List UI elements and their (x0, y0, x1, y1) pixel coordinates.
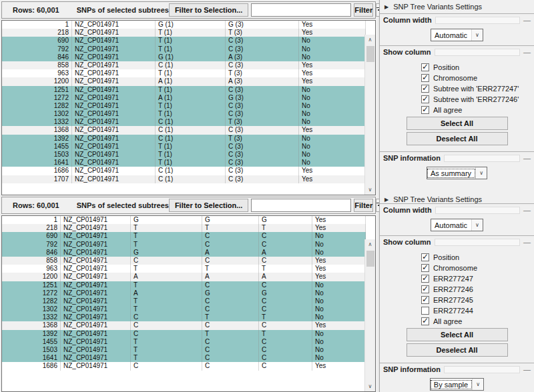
show-column-option[interactable]: Chromosome (421, 264, 534, 272)
table-row[interactable]: 1503NZ_CP014971TCCNo (2, 346, 366, 354)
checkbox-checked-icon[interactable] (421, 95, 429, 103)
checkbox-checked-icon[interactable] (421, 296, 429, 304)
table-row[interactable]: 1282NZ_CP014971T (1)C (3)No (2, 102, 366, 110)
show-column-option[interactable]: All agree (421, 106, 534, 114)
table-row[interactable]: 1332NZ_CP014971CTTNo (2, 313, 366, 321)
show-column-option[interactable]: Subtree with 'ERR277246' (421, 95, 534, 103)
column-width-dropdown[interactable]: Automatic ∨ (431, 219, 483, 231)
filter-to-selection-button[interactable]: Filter to Selection... (169, 3, 248, 17)
table-row[interactable]: 218NZ_CP014971TTTYes (2, 224, 366, 232)
table-row[interactable]: 1332NZ_CP014971C (1)T (3)No (2, 118, 366, 126)
collapse-icon[interactable]: — (523, 155, 531, 162)
table-row[interactable]: 1686NZ_CP014971C (1)C (3)Yes (2, 167, 366, 175)
checkbox-checked-icon[interactable] (421, 253, 429, 261)
table-row[interactable]: 1503NZ_CP014971T (1)C (3)No (2, 151, 366, 159)
select-all-button[interactable]: Select All (407, 328, 508, 341)
show-column-option[interactable]: ERR277246 (421, 285, 534, 293)
collapse-icon[interactable]: — (523, 366, 531, 373)
vertical-scrollbar[interactable]: ∧ ∨ (364, 239, 375, 391)
checkbox-checked-icon[interactable] (421, 74, 429, 82)
snp-information-dropdown[interactable]: As summary ∨ (427, 167, 487, 179)
checkbox-checked-icon[interactable] (421, 285, 429, 293)
table-row[interactable]: 1707NZ_CP014971C (1)C (3)Yes (2, 175, 366, 183)
table-row[interactable]: 1302NZ_CP014971TCCNo (2, 305, 366, 313)
scroll-up-icon[interactable]: ∧ (365, 35, 375, 45)
snp-information-section-bar[interactable]: SNP information — (380, 363, 534, 375)
table-row[interactable]: 1NZ_CP014971GGGYes (2, 216, 366, 224)
vertical-scrollbar[interactable]: ∧ ∨ (364, 35, 375, 195)
table-row[interactable]: 1686NZ_CP014971CCCYes (2, 362, 366, 370)
chevron-down-icon[interactable]: ∨ (475, 167, 487, 179)
show-column-option[interactable]: Position (421, 63, 534, 71)
chevron-down-icon[interactable]: ∨ (471, 29, 483, 41)
settings-header[interactable]: ▶ SNP Tree Variants Settings (380, 0, 534, 13)
checkbox-checked-icon[interactable] (421, 264, 429, 272)
select-all-button[interactable]: Select All (407, 117, 508, 130)
chevron-down-icon[interactable]: ∨ (471, 219, 483, 231)
table-row[interactable]: 1200NZ_CP014971A (1)A (3)Yes (2, 77, 366, 85)
snp-information-dropdown[interactable]: By sample ∨ (430, 378, 484, 391)
table-row[interactable]: 1251NZ_CP014971TCCNo (2, 281, 366, 289)
table-row[interactable]: 858NZ_CP014971C (1)C (3)Yes (2, 61, 366, 69)
table-row[interactable]: 1392NZ_CP014971CTTNo (2, 330, 366, 338)
table-row[interactable]: 1272NZ_CP014971AGGNo (2, 289, 366, 297)
table-row[interactable]: 846NZ_CP014971G (1)A (3)No (2, 53, 366, 61)
table-row[interactable]: 1392NZ_CP014971C (1)T (3)No (2, 135, 366, 143)
deselect-all-button[interactable]: Deselect All (407, 132, 508, 145)
show-column-option[interactable]: All agree (421, 317, 534, 325)
chevron-down-icon[interactable]: ∨ (472, 379, 483, 390)
collapse-triangle-icon[interactable]: ▶ (384, 4, 388, 10)
collapse-icon[interactable]: — (523, 239, 531, 246)
checkbox-checked-icon[interactable] (421, 63, 429, 71)
show-column-option[interactable]: ERR277245 (421, 296, 534, 304)
show-column-section-bar[interactable]: Show column — (380, 46, 534, 58)
table-row[interactable]: 963NZ_CP014971T (1)T (3)Yes (2, 69, 366, 77)
scroll-down-icon[interactable]: ∨ (365, 185, 375, 195)
show-column-option[interactable]: Subtree with 'ERR277247' (421, 85, 534, 93)
table-row[interactable]: 963NZ_CP014971TTTYes (2, 265, 366, 273)
show-column-option[interactable]: ERR277244 (421, 307, 534, 315)
checkbox-checked-icon[interactable] (421, 317, 429, 325)
show-column-option[interactable]: Position (421, 253, 534, 261)
filter-input[interactable] (251, 199, 351, 212)
column-width-dropdown[interactable]: Automatic ∨ (431, 29, 483, 41)
table-row[interactable]: 218NZ_CP014971T (1)T (3)Yes (2, 29, 366, 37)
table-row[interactable]: 690NZ_CP014971T (1)C (3)No (2, 37, 366, 45)
table-row[interactable]: 1200NZ_CP014971AAAYes (2, 273, 366, 281)
table-row[interactable]: 1641NZ_CP014971T (1)C (3)No (2, 159, 366, 167)
filter-button[interactable]: Filter (354, 3, 373, 17)
table-row[interactable]: 846NZ_CP014971GAANo (2, 249, 366, 257)
checkbox-checked-icon[interactable] (421, 85, 429, 93)
scrollbar-thumb[interactable] (366, 46, 374, 62)
table-row[interactable]: 1455NZ_CP014971T (1)C (3)No (2, 143, 366, 151)
table-row[interactable]: 1302NZ_CP014971T (1)C (3)No (2, 110, 366, 118)
table-row[interactable]: 1272NZ_CP014971A (1)G (3)No (2, 94, 366, 102)
collapse-icon[interactable]: — (523, 207, 531, 214)
collapse-triangle-icon[interactable]: ▶ (384, 197, 388, 203)
table-row[interactable]: 1455NZ_CP014971TCCNo (2, 338, 366, 346)
collapse-icon[interactable]: — (523, 17, 531, 24)
checkbox-unchecked-icon[interactable] (421, 307, 429, 315)
column-width-section-bar[interactable]: Column width — (380, 14, 534, 26)
table-row[interactable]: 690NZ_CP014971TCCNo (2, 232, 366, 240)
table-row[interactable]: 792NZ_CP014971T (1)C (3)No (2, 45, 366, 53)
settings-header[interactable]: ▶ SNP Tree Variants Settings (380, 195, 534, 203)
table-row[interactable]: 1NZ_CP014971G (1)G (3)Yes (2, 21, 366, 29)
show-column-option[interactable]: Chromosome (421, 74, 534, 82)
deselect-all-button[interactable]: Deselect All (407, 343, 508, 357)
snp-information-section-bar[interactable]: SNP information — (380, 152, 534, 164)
filter-input[interactable] (251, 3, 351, 17)
checkbox-checked-icon[interactable] (421, 106, 429, 114)
scroll-up-icon[interactable]: ∧ (365, 239, 375, 249)
collapse-icon[interactable]: — (523, 49, 531, 56)
table-row[interactable]: 1251NZ_CP014971T (1)C (3)No (2, 86, 366, 94)
show-column-section-bar[interactable]: Show column — (380, 236, 534, 248)
table-row[interactable]: 792NZ_CP014971TCCNo (2, 241, 366, 249)
scrollbar-thumb[interactable] (366, 251, 374, 267)
filter-button[interactable]: Filter (354, 199, 373, 212)
table-row[interactable]: 1368NZ_CP014971CCCYes (2, 321, 366, 329)
table-row[interactable]: 1641NZ_CP014971TCCNo (2, 354, 366, 362)
column-width-section-bar[interactable]: Column width — (380, 204, 534, 216)
filter-to-selection-button[interactable]: Filter to Selection... (169, 199, 248, 212)
table-row[interactable]: 1368NZ_CP014971C (1)C (3)Yes (2, 126, 366, 134)
